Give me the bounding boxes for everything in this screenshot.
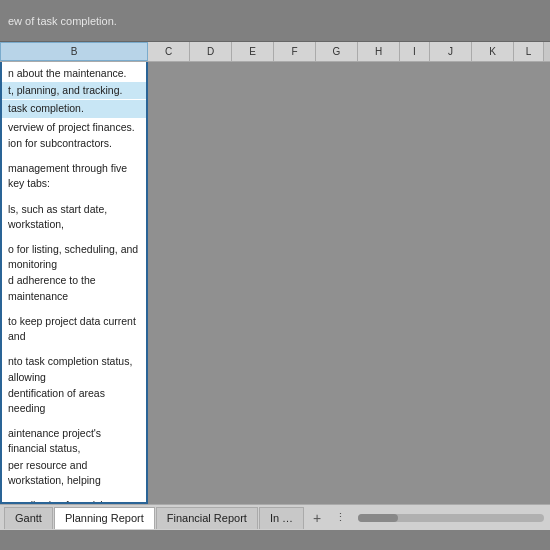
- line-9: d adherence to the maintenance: [8, 273, 140, 303]
- top-bar: ew of task completion.: [0, 0, 550, 42]
- line-10: to keep project data current and: [8, 314, 140, 344]
- col-header-f[interactable]: F: [274, 42, 316, 61]
- col-header-c[interactable]: C: [148, 42, 190, 61]
- tab-planning-report[interactable]: Planning Report: [54, 507, 155, 529]
- col-header-i[interactable]: I: [400, 42, 430, 61]
- line-13: aintenance project's financial status,: [8, 426, 140, 456]
- main-content: n about the maintenance. t, planning, an…: [0, 62, 550, 504]
- line-1: n about the maintenance.: [8, 66, 140, 81]
- line-8: o for listing, scheduling, and monitorin…: [8, 242, 140, 272]
- tab-scrollbar-thumb[interactable]: [358, 514, 398, 522]
- empty-columns-area: [148, 62, 550, 504]
- line-4: verview of project finances.: [8, 120, 140, 135]
- col-b-panel[interactable]: n about the maintenance. t, planning, an…: [0, 62, 148, 504]
- add-sheet-button[interactable]: +: [307, 508, 327, 528]
- line-5: ion for subcontractors.: [8, 136, 140, 151]
- line-3: task completion.: [2, 100, 146, 117]
- line-6: management through five key tabs:: [8, 161, 140, 191]
- col-header-e[interactable]: E: [232, 42, 274, 61]
- more-sheets-button[interactable]: ⋮: [329, 508, 352, 528]
- col-header-j[interactable]: J: [430, 42, 472, 61]
- tab-in[interactable]: In …: [259, 507, 304, 529]
- line-7: ls, such as start date, workstation,: [8, 202, 140, 232]
- top-bar-text: ew of task completion.: [8, 15, 117, 27]
- tab-gantt[interactable]: Gantt: [4, 507, 53, 529]
- line-11: nto task completion status, allowing: [8, 354, 140, 384]
- line-12: dentification of areas needing: [8, 386, 140, 416]
- tab-scrollbar-area: [352, 514, 550, 522]
- line-2: t, planning, and tracking.: [2, 82, 146, 99]
- column-headers: B C D E F G H I J K L: [0, 42, 550, 62]
- spreadsheet-area: B C D E F G H I J K L n about the mainte…: [0, 42, 550, 504]
- tab-scrollbar-track[interactable]: [358, 514, 544, 522]
- line-14: per resource and workstation, helping: [8, 458, 140, 488]
- col-header-b[interactable]: B: [0, 42, 148, 61]
- tab-bar: Gantt Planning Report Financial Report I…: [0, 504, 550, 530]
- tab-financial-report[interactable]: Financial Report: [156, 507, 258, 529]
- line-15: es, allowing for quick generation and: [8, 498, 140, 504]
- col-header-k[interactable]: K: [472, 42, 514, 61]
- col-header-l[interactable]: L: [514, 42, 544, 61]
- col-header-g[interactable]: G: [316, 42, 358, 61]
- col-header-h[interactable]: H: [358, 42, 400, 61]
- col-header-d[interactable]: D: [190, 42, 232, 61]
